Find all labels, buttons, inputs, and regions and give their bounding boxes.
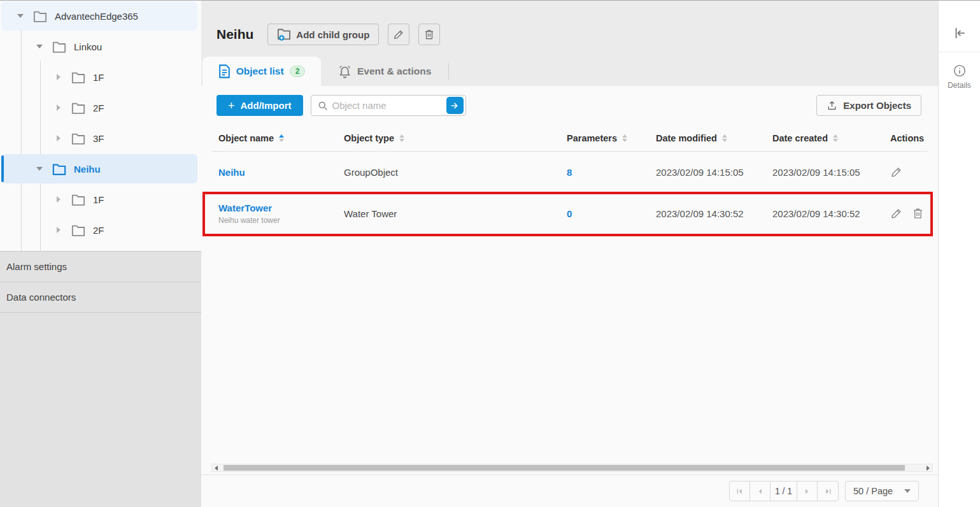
selected-indicator-bar (1, 155, 4, 182)
date-modified-cell: 2023/02/09 14:30:52 (656, 208, 744, 219)
caret-down-icon[interactable] (36, 45, 43, 48)
object-type-cell: GroupObject (344, 167, 398, 178)
caret-right-icon[interactable] (55, 227, 62, 233)
title-row: Neihu Add child group (201, 1, 938, 45)
edit-group-button[interactable] (388, 24, 409, 45)
left-sidebar: AdvantechEdge365 Linkou 1F (0, 1, 201, 507)
caret-right-icon[interactable] (55, 196, 62, 203)
tree-item-label: 1F (93, 72, 104, 83)
first-page-button[interactable] (730, 482, 750, 501)
tree-item-label: Neihu (74, 164, 101, 175)
tab-object-list[interactable]: Object list 2 (202, 57, 321, 86)
tab-label: Event & actions (357, 66, 431, 77)
pencil-icon (393, 29, 404, 40)
folder-icon (33, 10, 47, 22)
delete-object-icon[interactable] (912, 208, 924, 220)
caret-right-icon[interactable] (55, 74, 62, 80)
column-header-date-modified[interactable]: Date modified (656, 125, 727, 151)
tree-item-linkou[interactable]: Linkou (0, 31, 201, 62)
bell-icon (338, 65, 352, 78)
horizontal-scrollbar[interactable] (211, 464, 933, 472)
caret-down-icon[interactable] (36, 167, 43, 171)
search-input[interactable]: Object name (311, 95, 466, 116)
details-panel-tab[interactable]: Details (939, 52, 980, 90)
sidebar-footer: Alarm settings Data connectors (0, 251, 201, 313)
sort-icon (622, 134, 627, 142)
document-icon (218, 64, 231, 78)
tree-item-label: AdvantechEdge365 (55, 11, 138, 22)
search-submit-button[interactable] (446, 97, 464, 114)
folder-icon (71, 194, 85, 206)
column-label: Date modified (656, 133, 717, 143)
sidebar-item-alarm-settings[interactable]: Alarm settings (0, 252, 201, 282)
plus-icon: + (228, 100, 235, 111)
tree-item-label: 1F (93, 194, 104, 205)
delete-group-button[interactable] (418, 24, 440, 45)
upload-icon (827, 100, 837, 111)
last-page-button[interactable] (818, 482, 838, 501)
tree-item-linkou-3f[interactable]: 3F (0, 123, 201, 154)
column-label: Object type (344, 133, 394, 143)
page-indicator: 1 / 1 (771, 482, 797, 501)
object-list-content: + Add/Import Object name (201, 86, 938, 507)
group-tree: AdvantechEdge365 Linkou 1F (0, 1, 201, 251)
folder-icon (71, 224, 85, 236)
edit-object-icon[interactable] (890, 166, 902, 178)
add-import-label: Add/Import (241, 100, 292, 111)
column-header-actions: Actions (890, 125, 924, 151)
main-header: Neihu Add child group (201, 1, 938, 86)
page-size-select[interactable]: 50 / Page (845, 481, 919, 501)
pager-group: 1 / 1 (729, 481, 839, 501)
tab-event-actions[interactable]: Event & actions (321, 57, 448, 86)
previous-page-button[interactable] (750, 482, 771, 501)
sidebar-item-label: Alarm settings (6, 261, 67, 272)
scroll-left-arrow-icon[interactable] (215, 466, 218, 471)
object-type-cell: Water Tower (344, 208, 397, 219)
sort-icon (722, 134, 727, 142)
folder-icon (52, 41, 66, 53)
sidebar-item-data-connectors[interactable]: Data connectors (0, 282, 201, 313)
collapse-panel-button[interactable] (939, 1, 980, 52)
tree-item-neihu[interactable]: Neihu (0, 154, 201, 184)
toolbar: + Add/Import Object name (201, 86, 938, 116)
table-row-watertower: WaterTower Neihu water tower Water Tower… (211, 193, 928, 234)
actions-cell (890, 208, 924, 220)
collapse-left-icon (953, 26, 967, 40)
tree-item-linkou-2f[interactable]: 2F (0, 92, 201, 123)
trash-icon (423, 29, 435, 40)
edit-object-icon[interactable] (890, 208, 902, 220)
main-panel: Neihu Add child group (201, 1, 938, 507)
tree-item-neihu-2f[interactable]: 2F (0, 215, 201, 245)
sidebar-item-label: Data connectors (6, 292, 76, 303)
parameters-cell: 8 (567, 167, 572, 178)
parameters-cell: 0 (567, 208, 572, 219)
tab-bar: Object list 2 Event & actions (202, 57, 449, 86)
column-header-parameters[interactable]: Parameters (567, 125, 627, 151)
scroll-right-arrow-icon[interactable] (927, 466, 930, 471)
next-page-button[interactable] (797, 482, 818, 501)
caret-right-icon[interactable] (55, 135, 62, 141)
object-table: Object name Object type Parameters Date … (211, 125, 928, 234)
actions-cell (890, 166, 902, 178)
add-child-group-button[interactable]: Add child group (267, 24, 379, 45)
folder-icon (71, 102, 85, 114)
object-name-link[interactable]: Neihu (218, 167, 245, 178)
add-import-button[interactable]: + Add/Import (217, 95, 303, 116)
caret-down-icon[interactable] (17, 14, 24, 18)
tree-item-linkou-1f[interactable]: 1F (0, 62, 201, 92)
search-placeholder: Object name (332, 100, 446, 111)
tree-item-neihu-1f[interactable]: 1F (0, 184, 201, 215)
details-label: Details (948, 81, 971, 90)
caret-right-icon[interactable] (55, 104, 62, 111)
object-name-link[interactable]: WaterTower (218, 203, 280, 213)
export-objects-button[interactable]: Export Objects (816, 95, 921, 116)
column-header-object-type[interactable]: Object type (344, 125, 404, 151)
column-header-date-created[interactable]: Date created (772, 125, 838, 151)
object-name-cell: Neihu (218, 167, 245, 178)
tree-item-advantechedge365[interactable]: AdvantechEdge365 (0, 1, 201, 31)
scrollbar-thumb[interactable] (224, 465, 905, 471)
details-sidebar: Details (938, 1, 980, 507)
table-row-neihu: Neihu GroupObject 8 2023/02/09 14:15:05 … (211, 152, 928, 193)
column-label: Actions (890, 133, 924, 143)
column-header-object-name[interactable]: Object name (218, 125, 284, 151)
